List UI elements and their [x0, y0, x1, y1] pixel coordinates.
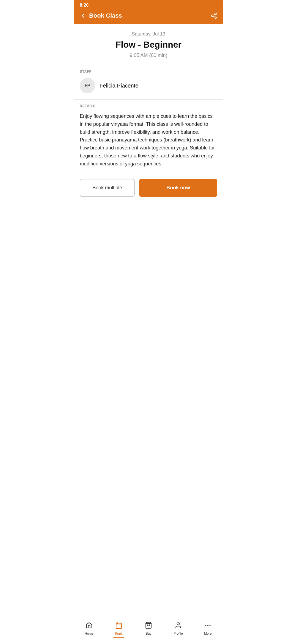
- svg-rect-5: [116, 623, 122, 629]
- header: Book Class: [74, 9, 223, 24]
- header-left: Book Class: [80, 12, 122, 19]
- nav-more-label: More: [204, 632, 211, 635]
- profile-icon: [175, 622, 182, 631]
- nav-profile[interactable]: Profile: [163, 622, 193, 638]
- class-info-section: Saturday, Jul 13 Flow - Beginner 9:05 AM…: [74, 24, 223, 64]
- svg-point-0: [215, 13, 216, 15]
- header-title: Book Class: [89, 12, 122, 19]
- nav-home[interactable]: Home: [74, 622, 104, 638]
- staff-row: FP Felicia Piacente: [80, 78, 217, 97]
- class-title: Flow - Beginner: [80, 40, 217, 50]
- nav-book[interactable]: Book: [104, 622, 134, 638]
- class-time: 9:05 AM (60 min): [80, 53, 217, 58]
- details-label: DETAILS: [80, 104, 217, 108]
- back-button[interactable]: [80, 12, 86, 19]
- svg-point-2: [215, 17, 216, 18]
- nav-profile-label: Profile: [174, 632, 183, 635]
- buy-icon: [145, 622, 152, 631]
- svg-point-1: [211, 15, 213, 17]
- share-button[interactable]: [211, 12, 217, 19]
- book-now-button[interactable]: Book now: [139, 179, 217, 197]
- details-text: Enjoy flowing sequences with ample cues …: [80, 112, 217, 168]
- book-icon: [115, 622, 122, 631]
- svg-point-13: [209, 625, 210, 626]
- bottom-nav: Home Book Buy: [74, 619, 223, 644]
- svg-line-3: [213, 16, 215, 17]
- details-section: DETAILS Enjoy flowing sequences with amp…: [74, 99, 223, 173]
- svg-line-4: [213, 14, 215, 15]
- nav-book-label: Book: [115, 632, 122, 636]
- svg-point-12: [207, 625, 208, 626]
- svg-point-10: [177, 623, 180, 625]
- status-bar: 8:20: [74, 0, 223, 9]
- more-dots-icon: [204, 622, 211, 629]
- svg-point-11: [205, 625, 206, 626]
- more-icon: [204, 622, 211, 631]
- nav-more[interactable]: More: [193, 622, 223, 638]
- staff-avatar: FP: [80, 78, 95, 93]
- book-multiple-button[interactable]: Book multiple: [80, 179, 135, 197]
- back-icon: [80, 12, 86, 19]
- staff-label: STAFF: [80, 70, 217, 73]
- staff-section: STAFF FP Felicia Piacente: [74, 64, 223, 99]
- status-time: 8:20: [80, 3, 89, 8]
- class-date: Saturday, Jul 13: [80, 31, 217, 37]
- nav-home-label: Home: [85, 632, 94, 635]
- home-icon: [86, 622, 93, 631]
- nav-buy[interactable]: Buy: [134, 622, 163, 638]
- nav-buy-label: Buy: [146, 632, 152, 635]
- staff-name: Felicia Piacente: [100, 83, 138, 89]
- booking-buttons: Book multiple Book now: [74, 173, 223, 201]
- share-icon: [211, 12, 217, 19]
